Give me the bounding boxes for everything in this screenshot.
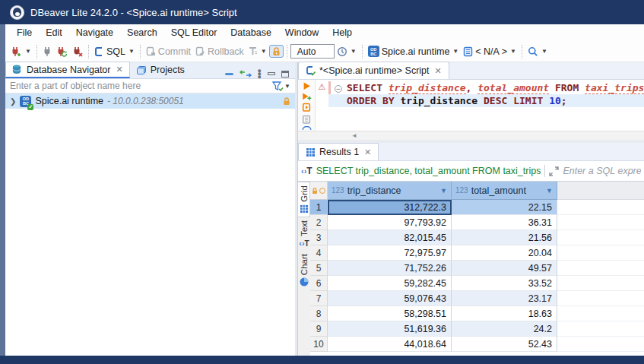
- grid-row: 1312,722.322.15: [310, 200, 644, 215]
- transaction-log-dropdown-arrow[interactable]: ▼: [351, 48, 357, 55]
- filter-dropdown-arrow[interactable]: ▼: [284, 83, 290, 90]
- expand-chevron-icon[interactable]: ❯: [10, 97, 16, 106]
- grid-cell[interactable]: 72,975.97: [328, 245, 452, 261]
- tab-results-1[interactable]: Results 1 ✕: [298, 143, 379, 160]
- schema-dropdown-arrow[interactable]: ▼: [510, 48, 516, 55]
- row-number[interactable]: 5: [310, 261, 328, 276]
- grid-cell[interactable]: 71,752.26: [328, 261, 452, 276]
- transaction-mode-button[interactable]: ▼: [246, 45, 269, 58]
- grid-cell[interactable]: 49.57: [452, 261, 557, 276]
- minimize-icon[interactable]: [268, 72, 275, 75]
- new-connection-dropdown-arrow[interactable]: ▼: [25, 48, 31, 55]
- editor-hscrollbar[interactable]: ◄: [298, 131, 644, 140]
- grid-cell[interactable]: 44,018.64: [328, 337, 452, 352]
- row-number[interactable]: 7: [310, 291, 328, 306]
- maximize-icon[interactable]: [281, 71, 289, 78]
- reconnect-button[interactable]: [54, 45, 70, 59]
- connection-tree-item[interactable]: ❯ ODBC Spice.ai runtime - 10.0.0.238:500…: [5, 93, 295, 109]
- column-filter-arrow-icon[interactable]: ▼: [546, 187, 553, 195]
- code-token: [549, 82, 555, 93]
- grid-cell[interactable]: 52.43: [452, 337, 557, 352]
- active-connection-selector[interactable]: ODBC Spice.ai runtime ▼: [366, 44, 462, 59]
- link-with-editor-icon[interactable]: [240, 70, 252, 78]
- tab-database-navigator[interactable]: Database Navigator ✕: [5, 62, 130, 78]
- connect-button[interactable]: [40, 45, 54, 59]
- connection-lock-toggle[interactable]: [269, 45, 284, 58]
- close-icon[interactable]: ✕: [116, 65, 122, 74]
- row-number[interactable]: 10: [310, 337, 328, 352]
- disconnect-button[interactable]: [70, 45, 85, 59]
- active-schema-selector[interactable]: < N/A > ▼: [461, 45, 519, 59]
- grid-corner-cell[interactable]: [310, 182, 328, 200]
- row-number[interactable]: 3: [310, 230, 328, 245]
- grid-cell[interactable]: 58,298.51: [328, 306, 452, 321]
- tab-projects[interactable]: Projects: [130, 62, 191, 78]
- menu-file[interactable]: File: [10, 27, 39, 38]
- connection-dropdown-arrow[interactable]: ▼: [452, 48, 458, 55]
- close-icon[interactable]: ✕: [435, 66, 442, 76]
- sql-dropdown-arrow[interactable]: ▼: [128, 48, 135, 55]
- new-connection-button[interactable]: ▼: [8, 45, 33, 59]
- transaction-log-button[interactable]: ▼: [335, 45, 359, 59]
- sql-script-icon: [306, 65, 316, 76]
- rollback-button[interactable]: Rollback: [193, 45, 246, 59]
- close-icon[interactable]: ✕: [364, 147, 371, 157]
- transaction-dropdown-arrow[interactable]: ▼: [261, 48, 267, 55]
- grid-cell[interactable]: 51,619.36: [328, 321, 452, 337]
- grid-cell[interactable]: 21.56: [452, 230, 557, 245]
- row-number[interactable]: 1: [310, 200, 328, 215]
- app-window: DBeaver Lite 24.2.0 - <Spice.ai runtime>…: [0, 0, 644, 364]
- navigator-filter-input[interactable]: Enter a part of object name here: [10, 81, 272, 91]
- commit-button[interactable]: Commit: [144, 45, 193, 59]
- custom-sql-filter-icon[interactable]: ‹›T: [301, 166, 312, 176]
- menu-database[interactable]: Database: [224, 27, 278, 38]
- search-button[interactable]: ▼: [525, 45, 550, 59]
- menu-window[interactable]: Window: [278, 27, 325, 38]
- grid-cell[interactable]: 59,282.45: [328, 276, 452, 291]
- row-number[interactable]: 4: [310, 245, 328, 261]
- fold-collapse-icon[interactable]: −: [335, 85, 342, 93]
- row-number[interactable]: 8: [310, 306, 328, 321]
- filter-expression-input[interactable]: Enter a SQL expression to: [563, 166, 641, 176]
- search-dropdown-arrow[interactable]: ▼: [541, 48, 547, 55]
- scroll-left-arrow-icon[interactable]: ◄: [351, 132, 357, 139]
- row-number[interactable]: 9: [310, 321, 328, 337]
- grid-cell[interactable]: 59,076.43: [328, 291, 452, 306]
- grid-cell[interactable]: 82,015.45: [328, 230, 452, 245]
- grid-cell[interactable]: 36.31: [452, 215, 557, 230]
- grid-cell[interactable]: 312,722.3: [328, 200, 452, 215]
- row-number[interactable]: 2: [310, 215, 328, 230]
- view-tab-chart[interactable]: Chart: [298, 251, 310, 290]
- view-tab-text[interactable]: Text ‹›T: [298, 217, 310, 251]
- grid-cell[interactable]: 33.52: [452, 276, 557, 291]
- menu-edit[interactable]: Edit: [39, 27, 69, 38]
- grid-cell[interactable]: 23.17: [452, 291, 557, 306]
- menu-sql-editor[interactable]: SQL Editor: [164, 27, 224, 38]
- grid-cell[interactable]: 24.2: [452, 321, 557, 337]
- expand-filter-icon[interactable]: [549, 166, 559, 176]
- menu-help[interactable]: Help: [325, 27, 359, 38]
- grid-cell[interactable]: 18.63: [452, 306, 557, 321]
- collapse-all-icon[interactable]: [225, 72, 233, 76]
- execute-new-tab-icon[interactable]: [302, 93, 312, 101]
- execute-script-icon[interactable]: [302, 103, 312, 112]
- menu-navigate[interactable]: Navigate: [69, 27, 120, 38]
- code-area[interactable]: − SELECT trip_distance, total_amount FRO…: [328, 80, 644, 131]
- new-sql-editor-button[interactable]: SQL ▼: [92, 45, 137, 59]
- grid-cell[interactable]: 97,793.92: [328, 215, 452, 230]
- grid-cell[interactable]: 20.04: [452, 245, 557, 261]
- row-number[interactable]: 6: [310, 276, 328, 291]
- execute-script-new-tab-icon[interactable]: [302, 115, 312, 125]
- grid-cell[interactable]: 22.15: [452, 200, 557, 215]
- column-filter-arrow-icon[interactable]: ▼: [440, 187, 447, 195]
- commit-mode-combobox[interactable]: Auto: [290, 44, 335, 59]
- tab-script[interactable]: *<Spice.ai runtime> Script ✕: [298, 62, 449, 79]
- execute-statement-icon[interactable]: [303, 82, 311, 90]
- column-header-trip-distance[interactable]: 123 trip_distance ▼: [328, 182, 452, 200]
- column-header-total-amount[interactable]: 123 total_amount ▼: [452, 182, 557, 200]
- search-icon: [528, 46, 538, 57]
- view-tab-grid[interactable]: Grid: [298, 182, 310, 217]
- menu-search[interactable]: Search: [120, 27, 164, 38]
- filter-funnel-icon[interactable]: [272, 81, 284, 91]
- view-menu-icon[interactable]: ●●●: [258, 69, 262, 78]
